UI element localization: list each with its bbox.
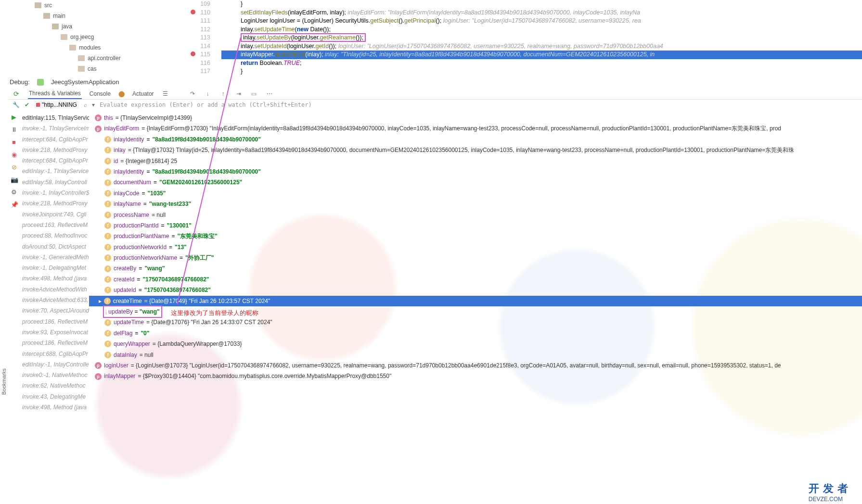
variable-row[interactable]: f createBy = "wang" (89, 263, 862, 274)
stack-frame[interactable]: intercept:684, CglibAopPr (19, 155, 89, 166)
step-over-icon[interactable]: ↷ (189, 90, 196, 98)
stack-frame[interactable]: invoke:-1, InlayController$ (19, 188, 89, 198)
eval-input[interactable]: Evaluate expression (Enter) or add a wat… (100, 101, 312, 108)
wrench-icon[interactable]: 🔧 (13, 101, 20, 108)
stop-icon[interactable]: ■ (11, 139, 17, 145)
dropdown-icon[interactable]: ▾ (92, 101, 95, 108)
pause-icon[interactable]: ⏸ (11, 126, 17, 133)
stack-frame[interactable]: proceed:186, ReflectiveM (19, 316, 89, 327)
variable-row[interactable]: ▸ f createTime = {Date@17049} "Fri Jan 2… (89, 296, 862, 306)
stack-frame[interactable]: editInlay:115, TInlayServic (19, 113, 89, 123)
stack-frame[interactable]: proceed:88, MethodInvoc (19, 230, 89, 241)
variable-row[interactable]: f id = {Integer@16814} 25 (89, 156, 862, 166)
stack-frame[interactable]: doAround:50, DictAspect (19, 241, 89, 252)
resume-icon[interactable]: ▶ (11, 113, 17, 120)
stack-frame[interactable]: editInlay:58, InlayControll (19, 177, 89, 188)
variable-row[interactable]: f inlayName = "wang-test233" (89, 199, 862, 209)
project-tree[interactable]: srcmainjavaorg.jeecgmodulesapi.controlle… (10, 0, 188, 77)
stack-frame[interactable]: invoke:218, MethodProxy (19, 198, 89, 209)
stack-frame[interactable]: proceed:186, ReflectiveM (19, 338, 89, 348)
layout-icon[interactable] (162, 90, 169, 98)
tree-item[interactable]: main (10, 11, 188, 21)
camera-icon[interactable]: 📷 (11, 176, 17, 183)
breakpoint-icon[interactable] (191, 9, 195, 17)
stack-frame[interactable]: editInlay:-1, TInlayService (19, 166, 89, 176)
variables-tree[interactable]: 这里修改为了当前登录人的昵称 p this = {TInlayServiceIm… (89, 111, 862, 504)
variable-row[interactable]: f documentNum = "GEM20240126102356000125… (89, 177, 862, 188)
variable-row[interactable]: f dataInlay = null (89, 350, 862, 360)
code-line[interactable]: } (221, 0, 862, 9)
variable-row[interactable]: f createId = "1750704368974766082" (89, 274, 862, 285)
variable-row[interactable]: p this = {TInlayServiceImpl@14399} (89, 113, 862, 123)
variable-row[interactable]: f inlayIdentity = "8a8ad19f8d4394b9018d4… (89, 134, 862, 145)
variable-row[interactable]: f delFlag = "0" (89, 328, 862, 339)
step-out-icon[interactable]: ↑ (219, 90, 227, 98)
variable-row[interactable]: f inlayCode = "1035" (89, 188, 862, 199)
tree-item[interactable]: org.jeecg (10, 32, 188, 42)
tab-threads-variables[interactable]: Threads & Variables (28, 88, 82, 99)
variable-row[interactable]: f productionNetworkName = "外协工厂" (89, 252, 862, 263)
stack-frame[interactable]: invoke:93, ExposeInvocat (19, 327, 89, 338)
trace-icon[interactable]: ⋯ (266, 90, 273, 98)
stack-frame[interactable]: editInlay:-1, InlayControlle (19, 359, 89, 370)
settings-icon[interactable]: ⚙ (11, 189, 17, 195)
tab-actuator[interactable]: Actuator (132, 90, 154, 97)
variable-row[interactable]: p inlayMapper = {$Proxy301@14404} "com.b… (89, 371, 862, 381)
variable-row[interactable]: p inlayEditForm = {InlayEditForm@17030} … (89, 123, 862, 134)
filter-icon[interactable]: ⌕ (84, 101, 87, 108)
variable-row[interactable]: f productionNetworkId = "13" (89, 242, 862, 252)
code-line[interactable]: inlay.setUpdateId(loginUser.getId()); lo… (221, 42, 862, 51)
stack-frame[interactable]: invoke:43, DelegatingMe (19, 391, 89, 402)
variable-row[interactable]: f productionPlantName = "东莞美和珠宝" (89, 231, 862, 241)
stack-frame[interactable]: invoke0:-1, NativeMethoc (19, 370, 89, 380)
stack-frame[interactable]: intercept:688, CglibAopPr (19, 349, 89, 359)
tree-item[interactable]: src (10, 0, 188, 11)
stack-frame[interactable]: invoke:70, AspectJAround (19, 305, 89, 316)
stack-frame[interactable]: proceed:163, ReflectiveM (19, 220, 89, 230)
run-to-cursor-icon[interactable]: ⇥ (235, 90, 243, 98)
stack-frame[interactable]: invoke:-1, GeneratedMeth (19, 252, 89, 263)
stack-frame[interactable]: invoke:-1, TInlayServiceIm (19, 123, 89, 134)
tree-item[interactable]: modules (10, 42, 188, 53)
editor[interactable]: 109110111112113114115116117 } setEditInl… (188, 0, 862, 77)
pin-icon[interactable]: 📌 (11, 201, 17, 208)
bookmarks-tab[interactable]: Bookmarks (0, 365, 8, 398)
variable-row[interactable]: f inlay = {TInlay@17032} TInlay(id=25, i… (89, 145, 862, 155)
tree-item[interactable]: api.controller (10, 53, 188, 63)
code-line[interactable]: inlayMapper.updateById(inlay); inlay: "T… (221, 50, 862, 59)
tab-console[interactable]: Console (90, 90, 111, 97)
variable-row[interactable]: f updateTime = {Date@17076} "Fri Jan 26 … (89, 317, 862, 328)
code-line[interactable]: setEditInlayFileds(inlayEditForm, inlay)… (221, 9, 862, 17)
stack-frame[interactable]: invokeAdviceMethodWith (19, 284, 89, 295)
thread-chip[interactable]: "http...NNING (34, 101, 79, 109)
stack-frame[interactable]: invoke:-1, DelegatingMet (19, 263, 89, 273)
stack-frame[interactable]: invoke:498, Method (java (19, 273, 89, 284)
stack-frame[interactable]: invokeJoinpoint:749, Cgli (19, 209, 89, 220)
stack-frame[interactable]: invoke:218, MethodProxy (19, 145, 89, 155)
tree-item[interactable]: java (10, 21, 188, 32)
code-line[interactable]: inlay.setUpdateBy(loginUser.getRealname(… (221, 34, 862, 42)
variable-row[interactable]: f productionPlantId = "130001" (89, 220, 862, 231)
code-lines[interactable]: } setEditInlayFileds(inlayEditForm, inla… (221, 0, 862, 76)
rerun-icon[interactable] (13, 90, 20, 98)
code-line[interactable]: LoginUser loginUser = (LoginUser) Securi… (221, 17, 862, 25)
variable-row[interactable]: p loginUser = {LoginUser@17073} "LoginUs… (89, 360, 862, 371)
code-line[interactable]: inlay.setUpdateTime(new Date()); (221, 25, 862, 34)
breakpoints-icon[interactable]: ◉ (11, 151, 17, 158)
variable-row[interactable]: f inlayIdentity = "8a8ad19f8d4394b9018d4… (89, 166, 862, 177)
stack-frame[interactable]: intercept:684, CglibAopPr (19, 134, 89, 145)
frames-list[interactable]: editInlay:115, TInlayServicinvoke:-1, TI… (19, 111, 89, 504)
variable-row[interactable]: f processName = null (89, 210, 862, 220)
code-line[interactable]: return Boolean.TRUE; (221, 59, 862, 68)
breakpoint-icon[interactable] (191, 50, 195, 59)
variable-row[interactable]: f updateId = "1750704368974766082" (89, 285, 862, 295)
stack-frame[interactable]: invoke:62, NativeMethoc (19, 380, 89, 391)
evaluate-icon[interactable]: ▭ (250, 90, 258, 98)
stack-frame[interactable]: invokeAdviceMethod:633, (19, 295, 89, 305)
stack-frame[interactable]: invoke:498, Method (java (19, 402, 89, 413)
variable-row[interactable]: f queryWrapper = {LambdaQueryWrapper@170… (89, 339, 862, 349)
code-line[interactable]: } (221, 67, 862, 76)
step-into-icon[interactable]: ↓ (204, 90, 212, 98)
mute-bp-icon[interactable]: ⊘ (11, 164, 17, 170)
tree-item[interactable]: cas (10, 63, 188, 74)
